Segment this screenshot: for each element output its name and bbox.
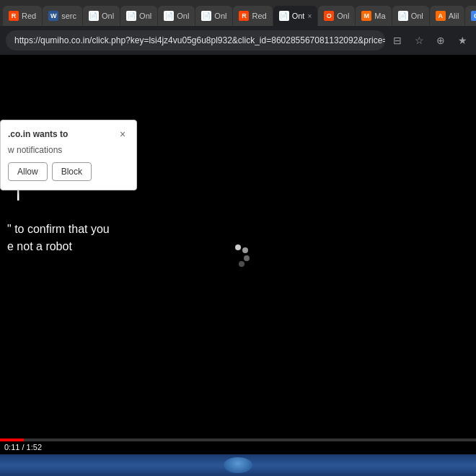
tab-label-8: Ont (292, 12, 305, 20)
address-input[interactable]: https://qumiho.co.in/click.php?key=lsi4j… (6, 30, 385, 50)
tab-label-11: Onl (411, 12, 423, 20)
windows-taskbar (0, 454, 476, 476)
overlay-line2: e not a robot (7, 238, 110, 255)
video-progress-bar[interactable] (0, 438, 476, 441)
tab-label-7: Red (252, 12, 266, 20)
tab-1[interactable]: R Red (3, 6, 42, 26)
popup-title: .co.in wants to (8, 129, 68, 139)
notification-popup: .co.in wants to × w notifications Allow … (0, 120, 137, 190)
svg-point-2 (244, 255, 250, 261)
tab-favicon-2: W (48, 11, 58, 21)
windows-start-button[interactable] (224, 457, 252, 473)
tab-10[interactable]: M Ma (356, 6, 391, 26)
address-bar: https://qumiho.co.in/click.php?key=lsi4j… (0, 26, 476, 55)
tab-label-3: Onl (102, 12, 114, 20)
tab-8-active[interactable]: 📄 Ont × (273, 6, 318, 26)
tab-favicon-6: 📄 (201, 11, 211, 21)
tab-label-2: serc (61, 12, 76, 20)
overlay-line1: " to confirm that you (7, 221, 110, 238)
tab-label-5: Onl (177, 12, 189, 20)
tab-favicon-8: 📄 (279, 11, 289, 21)
video-timestamp: 0:11 / 1:52 (4, 443, 42, 451)
tab-3[interactable]: 📄 Onl (83, 6, 120, 26)
tab-favicon-11: 📄 (398, 11, 408, 21)
tab-label-4: Onl (139, 12, 151, 20)
loading-spinner (224, 240, 252, 269)
popup-header: .co.in wants to × (8, 128, 129, 141)
svg-point-0 (235, 244, 241, 250)
overlay-text: " to confirm that you e not a robot (7, 221, 110, 255)
tab-label-9: Onl (337, 12, 349, 20)
reader-mode-icon[interactable]: ⊟ (389, 32, 405, 48)
favorites-icon[interactable]: ☆ (411, 32, 427, 48)
popup-buttons: Allow Block (8, 162, 129, 181)
block-button[interactable]: Block (52, 162, 92, 181)
tab-close-icon-8[interactable]: × (307, 12, 312, 20)
tab-12[interactable]: A Alil (430, 6, 465, 26)
tab-label-12: Alil (449, 12, 459, 20)
tab-favicon-13: G (471, 11, 476, 21)
tab-2[interactable]: W serc (43, 6, 82, 26)
allow-button[interactable]: Allow (8, 162, 48, 181)
tab-7[interactable]: R Red (233, 6, 272, 26)
profile-icon[interactable]: ★ (454, 32, 470, 48)
video-player[interactable]: ↑ " to confirm that you e not a robot 0:… (0, 55, 476, 454)
collections-icon[interactable]: ⊕ (433, 32, 449, 48)
tab-favicon-4: 📄 (126, 11, 136, 21)
address-bar-icons: ⊟ ☆ ⊕ ★ (389, 32, 470, 48)
tab-bar: R Red W serc 📄 Onl 📄 Onl 📄 Onl 📄 Onl R R… (0, 0, 476, 26)
video-progress-fill (0, 438, 24, 441)
address-text: https://qumiho.co.in/click.php?key=lsi4j… (14, 35, 385, 45)
tab-favicon-5: 📄 (164, 11, 174, 21)
tab-favicon-12: A (436, 11, 446, 21)
tab-favicon-1: R (9, 11, 19, 21)
popup-message: w notifications (8, 145, 129, 155)
tab-favicon-3: 📄 (89, 11, 99, 21)
popup-close-button[interactable]: × (116, 128, 129, 141)
tab-label-1: Red (22, 12, 36, 20)
page-content: ↑ " to confirm that you e not a robot 0:… (0, 55, 476, 454)
browser-frame: R Red W serc 📄 Onl 📄 Onl 📄 Onl 📄 Onl R R… (0, 0, 476, 476)
tab-favicon-9: O (324, 11, 334, 21)
tab-6[interactable]: 📄 Onl (195, 6, 232, 26)
tab-4[interactable]: 📄 Onl (120, 6, 157, 26)
tab-9[interactable]: O Onl (318, 6, 355, 26)
svg-point-1 (242, 247, 248, 253)
tab-label-6: Onl (214, 12, 226, 20)
tab-13[interactable]: G lou (465, 6, 476, 26)
tab-favicon-10: M (361, 11, 371, 21)
tab-5[interactable]: 📄 Onl (158, 6, 195, 26)
svg-point-3 (239, 261, 244, 267)
tab-11[interactable]: 📄 Onl (392, 6, 429, 26)
tab-label-10: Ma (374, 12, 385, 20)
tab-favicon-7: R (239, 11, 249, 21)
